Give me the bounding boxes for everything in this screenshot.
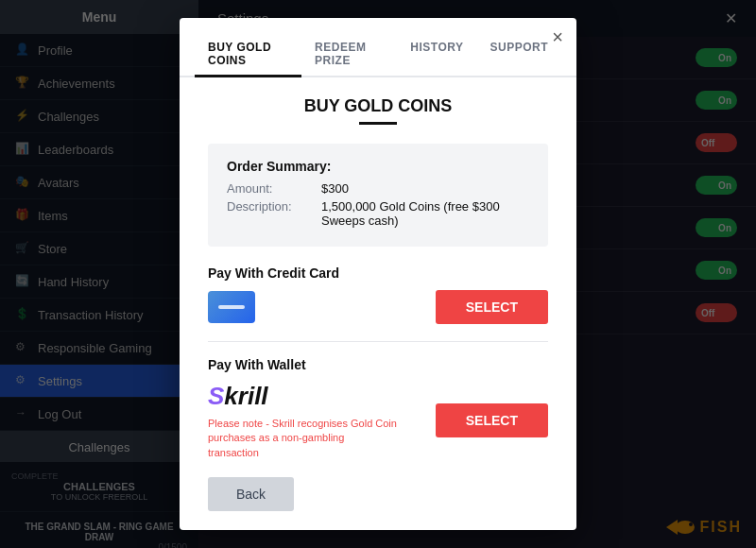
payment-divider [208,341,548,342]
modal: × BUY GOLD COINS REDEEM PRIZE HISTORY SU… [180,18,576,530]
order-description-value: 1,500,000 Gold Coins (free $300 Sweeps c… [321,199,529,228]
modal-title-underline [359,122,397,125]
pay-credit-title: Pay With Credit Card [208,265,548,281]
order-summary-title: Order Summary: [227,159,529,174]
back-button[interactable]: Back [208,477,294,511]
wallet-select-button[interactable]: Select [436,403,548,437]
modal-overlay: × BUY GOLD COINS REDEEM PRIZE HISTORY SU… [0,0,756,548]
tab-buy-gold-coins[interactable]: BUY GOLD COINS [195,33,301,77]
skrill-note: Please note - Skrill recognises Gold Coi… [208,417,397,460]
skrill-dot-s: S [208,382,224,410]
credit-card-select-button[interactable]: Select [436,290,548,324]
order-amount-label: Amount: [227,181,321,196]
order-summary: Order Summary: Amount: $300 Description:… [208,144,548,247]
tab-history[interactable]: HISTORY [397,33,476,77]
pay-wallet-row: Skrill Please note - Skrill recognises G… [208,382,548,460]
modal-content: BUY GOLD COINS Order Summary: Amount: $3… [180,77,576,530]
order-amount-row: Amount: $300 [227,181,529,196]
skrill-text: Skrill [208,382,268,411]
order-description-row: Description: 1,500,000 Gold Coins (free … [227,199,529,228]
credit-card-icon [208,291,255,323]
pay-wallet-section: Pay With Wallet Skrill Please note - Skr… [208,357,548,460]
modal-close-button[interactable]: × [552,27,563,46]
tab-redeem-prize[interactable]: REDEEM PRIZE [301,33,397,77]
skrill-logo: Skrill [208,382,397,411]
pay-credit-row: Select [208,290,548,324]
skrill-name: krill [224,382,267,410]
skrill-logo-container: Skrill Please note - Skrill recognises G… [208,382,397,460]
pay-credit-section: Pay With Credit Card Select [208,265,548,324]
modal-title: BUY GOLD COINS [208,96,548,116]
modal-tabs: BUY GOLD COINS REDEEM PRIZE HISTORY SUPP… [180,18,576,77]
pay-wallet-title: Pay With Wallet [208,357,548,372]
tab-support[interactable]: SUPPORT [476,33,561,77]
order-description-label: Description: [227,199,321,228]
order-amount-value: $300 [321,181,529,196]
